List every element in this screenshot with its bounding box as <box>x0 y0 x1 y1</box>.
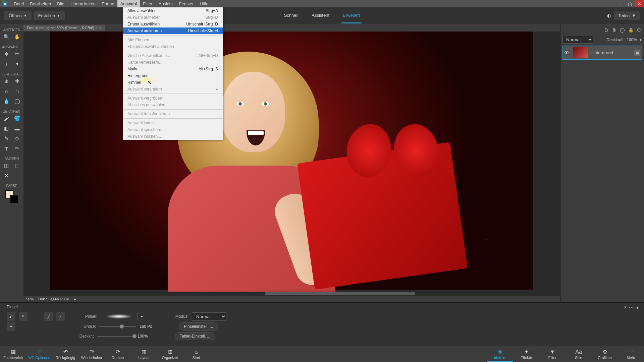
brush-tool[interactable]: 🖌 <box>3 115 10 122</box>
brush-variant-3[interactable]: ╱ <box>44 312 53 321</box>
bottom-stile[interactable]: AaStile <box>566 346 592 362</box>
h-scrollbar[interactable] <box>23 292 560 296</box>
bottom-grafiken[interactable]: ✿Grafiken <box>592 346 618 362</box>
bottom-wz-optionen[interactable]: ≡WZ-Optionen <box>26 346 52 362</box>
menu-item: Kante verbessern... <box>123 59 223 66</box>
chevron-down-icon[interactable]: ▾ <box>141 314 143 319</box>
straighten-tool[interactable]: ✕ <box>3 172 10 179</box>
menu-bearbeiten[interactable]: Bearbeiten <box>27 0 54 7</box>
open-button[interactable]: Öffnen▼ <box>4 11 32 20</box>
bottom-drehen[interactable]: ⟳Drehen <box>105 346 131 362</box>
lock-icon[interactable]: ▦ <box>634 50 640 56</box>
crop-tool[interactable]: ◫ <box>3 162 10 169</box>
brush-variant-4[interactable]: ⋰ <box>56 312 65 321</box>
opacity-value[interactable]: 100% <box>627 38 637 42</box>
shape-tool[interactable]: ◇ <box>13 135 21 142</box>
canvas[interactable] <box>23 32 560 292</box>
pencil-tool[interactable]: ✏ <box>13 145 21 152</box>
wand-tool[interactable]: ✦ <box>13 60 21 68</box>
lasso-tool[interactable]: ⟆ <box>3 60 10 68</box>
document-tab[interactable]: Frau in rot.jpg bei 50% (Ebene 1, RGB/8)… <box>23 25 105 31</box>
panel-icon[interactable]: 🗎 <box>612 27 616 33</box>
panel-icon[interactable]: 🗋 <box>604 27 609 33</box>
blur-tool[interactable]: 💧 <box>3 98 10 105</box>
maximize-button[interactable]: ▢ <box>625 0 635 7</box>
opacity-slider[interactable] <box>97 336 134 337</box>
eraser-tool[interactable]: ◧ <box>3 125 10 132</box>
bottom-wiederholen[interactable]: ↷Wiederholen <box>78 346 105 362</box>
stamp-tool[interactable]: ⏍ <box>13 87 21 95</box>
brush-variant-2[interactable]: ✎ <box>19 312 28 321</box>
mode-tab-erweitert[interactable]: Erweitert <box>341 8 361 23</box>
menu-ebene[interactable]: Ebene <box>99 0 117 7</box>
sponge-tool[interactable]: ◯ <box>13 98 21 105</box>
bucket-tool[interactable]: 🪣 <box>13 115 21 122</box>
menu-fenster[interactable]: Fenster <box>176 0 197 7</box>
create-button[interactable]: Erstellen▼ <box>34 11 65 20</box>
menu-datei[interactable]: Datei <box>11 0 27 7</box>
menu-item[interactable]: MotivAlt+Strg+S <box>123 66 223 72</box>
brush-preview[interactable] <box>101 313 138 320</box>
color-swatches[interactable] <box>5 190 18 203</box>
redeye-tool[interactable]: ⊕ <box>3 77 10 85</box>
menu-item[interactable]: Himmel <box>123 79 223 86</box>
menu-überarbeiten[interactable]: Überarbeiten <box>67 0 99 7</box>
menu-auswahl[interactable]: Auswahl <box>117 0 140 7</box>
blend-mode-select[interactable]: Normal <box>562 36 593 44</box>
mode-tab-assistent[interactable]: Assistent <box>310 8 331 23</box>
bottom-fotobereich[interactable]: ▦Fotobereich <box>0 346 26 362</box>
panel-icon[interactable]: ⎔ <box>637 27 641 33</box>
share-button[interactable]: Teilen▼ <box>614 11 640 20</box>
mode-select[interactable]: Normal <box>192 312 226 321</box>
bottom-organizer[interactable]: ⊞Organizer <box>157 346 183 362</box>
chevron-down-icon[interactable]: ▾ <box>636 305 639 310</box>
minimize-button[interactable]: — <box>616 0 625 7</box>
hand-tool[interactable]: ✋ <box>13 33 21 41</box>
eyedropper-tool[interactable]: ✎ <box>3 135 10 142</box>
marquee-tool[interactable]: ▭ <box>13 50 21 58</box>
chevron-down-icon[interactable]: ▼ <box>639 38 642 42</box>
clone-tool[interactable]: ⎌ <box>3 87 10 95</box>
text-tool[interactable]: T <box>3 145 10 152</box>
close-tab-icon[interactable]: × <box>100 26 102 30</box>
menu-bild[interactable]: Bild <box>54 0 67 7</box>
zoom-tool[interactable]: 🔍 <box>3 33 10 41</box>
help-icon[interactable]: ? <box>624 305 626 310</box>
layer-row[interactable]: 👁 Hintergrund ▦ <box>562 46 642 60</box>
bottom-rückgängig[interactable]: ↶Rückgängig <box>52 346 78 362</box>
menu-item[interactable]: Hintergrund <box>123 72 223 79</box>
healing-tool[interactable]: ✚ <box>13 77 21 85</box>
move-tool[interactable]: ✥ <box>3 50 10 58</box>
recompose-tool[interactable]: ⬚ <box>13 162 21 169</box>
close-button[interactable]: ✕ <box>635 0 644 7</box>
bottom-effekte[interactable]: ✦Effekte <box>513 346 539 362</box>
chevron-right-icon[interactable]: ▸ <box>74 297 76 301</box>
visibility-icon[interactable]: 👁 <box>564 50 569 55</box>
more-icon[interactable]: ⋯ <box>629 305 634 310</box>
bottom-layout[interactable]: ▥Layout <box>131 346 157 362</box>
panel-icon[interactable]: 🔒 <box>628 27 634 33</box>
mode-tab-schnell[interactable]: Schnell <box>283 8 300 23</box>
brush-settings-button[interactable]: Pinseleinstell. ... <box>179 322 218 330</box>
tablet-settings-button[interactable]: Tablet-Einstell. ... <box>175 332 215 340</box>
mode-label: Modus: <box>170 314 189 319</box>
bottom-start[interactable]: ⌂Start <box>183 346 209 362</box>
theme-toggle-icon[interactable]: ◐ <box>607 13 611 18</box>
bottom-mehr[interactable]: ⋯Mehr <box>618 346 644 362</box>
brush-label: Pinsel: <box>78 314 97 319</box>
window-controls: — ▢ ✕ <box>616 0 644 7</box>
bottom-ebenen[interactable]: ◈Ebenen <box>487 346 513 362</box>
size-slider[interactable] <box>99 326 136 327</box>
menu-item: Weiche Auswahlkante...Alt+Strg+D <box>123 52 223 59</box>
panel-icon[interactable]: ◯ <box>620 27 625 33</box>
zoom-level[interactable]: 50% <box>26 297 34 301</box>
menu-hilfe[interactable]: Hilfe <box>197 0 211 7</box>
menu-item[interactable]: Erneut auswählenUmschalt+Strg+D <box>123 21 223 27</box>
menu-item[interactable]: Alles auswählenStrg+A <box>123 7 223 14</box>
bottom-filter[interactable]: ▼Filter <box>539 346 566 362</box>
brush-variant-5[interactable]: ✶ <box>7 322 15 331</box>
menu-ansicht[interactable]: Ansicht <box>156 0 176 7</box>
gradient-tool[interactable]: ▬ <box>13 125 21 132</box>
brush-variant-1[interactable]: 🖌 <box>7 312 15 321</box>
menu-filter[interactable]: Filter <box>140 0 156 7</box>
